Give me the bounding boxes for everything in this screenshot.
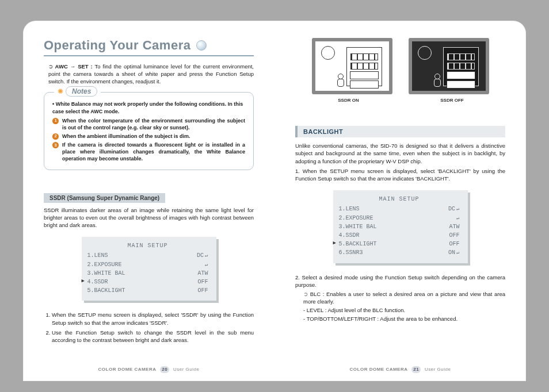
ssdr-illustrations bbox=[295, 38, 505, 94]
osd-row: 1.LENSDC bbox=[339, 205, 460, 214]
osd-menu-backlight: MAIN SETUP 1.LENSDC2.EXPOSURE3.WHITE BAL… bbox=[333, 190, 468, 263]
notes-badge-text: Notes bbox=[66, 86, 97, 97]
notes-item: 2When the ambient illumination of the su… bbox=[52, 133, 245, 140]
lightbulb-icon: ✺ bbox=[58, 87, 63, 95]
osd-menu-ssdr: MAIN SETUP 1.LENSDC2.EXPOSURE3.WHITE BAL… bbox=[82, 237, 216, 301]
ssdr-steps: When the SETUP menu screen is displayed,… bbox=[44, 311, 254, 344]
person-icon bbox=[433, 74, 441, 86]
caption-ssdr-on: SSDR ON bbox=[305, 98, 392, 103]
osd-row: 6.SSNR3ON bbox=[339, 248, 460, 258]
notes-item: 3If the camera is directed towards a flu… bbox=[52, 141, 245, 162]
osd-row: 5.BACKLIGHTOFF bbox=[87, 286, 208, 295]
notes-item: 1When the color temperature of the envir… bbox=[52, 117, 245, 131]
awc-set-note: AWC → SET : To find the optimal luminanc… bbox=[48, 63, 254, 85]
notes-intro: • White Balance may not work properly un… bbox=[52, 101, 245, 114]
ssdr-step: Use the Function Setup switch to change … bbox=[52, 329, 254, 344]
ssdr-desc: SSDR illuminates darker areas of an imag… bbox=[44, 206, 254, 229]
osd-title: MAIN SETUP bbox=[339, 196, 460, 202]
page-number: 20 bbox=[160, 366, 169, 373]
osd-row: 4.SSDROFF bbox=[339, 231, 460, 240]
osd-row: 3.WHITE BALATW bbox=[339, 222, 460, 231]
building-icon bbox=[443, 47, 479, 86]
footer-left: COLOR DOME CAMERA 20 User Guide bbox=[23, 366, 274, 373]
ssdr-heading: SSDR (Samsung Super Dynamic Range) bbox=[44, 193, 165, 203]
osd-row: ▶4.SSDROFF bbox=[87, 278, 208, 286]
blc-desc: BLC : Enables a user to select a desired… bbox=[303, 290, 505, 306]
illustration-ssdr-off bbox=[409, 38, 489, 94]
sun-icon bbox=[321, 46, 335, 60]
illustration-ssdr-on bbox=[312, 38, 392, 94]
manual-spread: Operating Your Camera AWC → SET : To fin… bbox=[23, 21, 526, 381]
notes-badge: ✺ Notes bbox=[54, 86, 101, 97]
page-right: SSDR ON SSDR OFF BACKLIGHT Unlike conven… bbox=[274, 21, 526, 381]
backlight-step2: 2. Select a desired mode using the Funct… bbox=[295, 274, 505, 289]
page-title: Operating Your Camera bbox=[44, 38, 190, 53]
ssdr-step: When the SETUP menu screen is displayed,… bbox=[52, 311, 254, 326]
page-header: Operating Your Camera bbox=[44, 38, 254, 56]
notes-box: ✺ Notes • White Balance may not work pro… bbox=[44, 92, 254, 170]
awc-label: AWC → SET : bbox=[48, 63, 93, 70]
osd-row: ▶5.BACKLIGHTOFF bbox=[339, 240, 460, 248]
osd-row: 1.LENSDC bbox=[87, 251, 208, 260]
person-icon bbox=[336, 74, 344, 86]
backlight-desc: Unlike conventional cameras, the SID-70 … bbox=[295, 142, 505, 165]
backlight-step1: 1. When the SETUP menu screen is display… bbox=[295, 167, 505, 183]
caption-ssdr-off: SSDR OFF bbox=[409, 98, 496, 103]
page-number: 21 bbox=[411, 366, 421, 373]
blc-sub2: - TOP/BOTTOM/LEFT/RIGHT : Adjust the are… bbox=[303, 315, 505, 322]
building-icon bbox=[346, 47, 382, 86]
footer-right: COLOR DOME CAMERA 21 User Guide bbox=[274, 366, 526, 373]
header-ornament-icon bbox=[196, 40, 207, 51]
blc-sub1: - LEVEL : Adjust level of the BLC functi… bbox=[303, 306, 505, 314]
osd-row: 2.EXPOSURE bbox=[87, 260, 208, 270]
osd-row: 2.EXPOSURE bbox=[339, 214, 460, 223]
sun-icon bbox=[418, 46, 432, 60]
backlight-heading: BACKLIGHT bbox=[295, 126, 505, 137]
osd-row: 3.WHITE BALATW bbox=[87, 269, 208, 278]
page-left: Operating Your Camera AWC → SET : To fin… bbox=[23, 21, 274, 381]
osd-title: MAIN SETUP bbox=[87, 243, 208, 249]
